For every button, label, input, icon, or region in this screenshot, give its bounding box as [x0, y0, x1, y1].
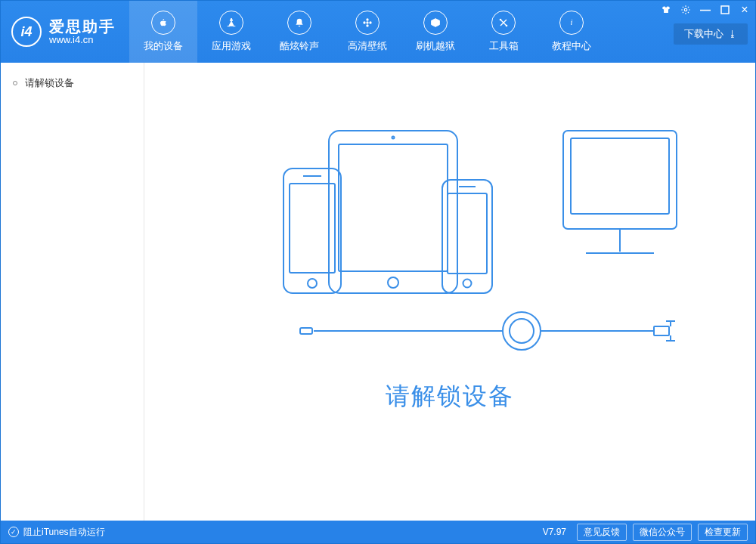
main-message: 请解锁设备	[386, 380, 514, 413]
wechat-button[interactable]: 微信公众号	[633, 524, 692, 541]
nav-ringtones[interactable]: 酷炫铃声	[265, 1, 333, 63]
svg-rect-14	[284, 168, 341, 293]
download-center-label: 下载中心	[684, 27, 723, 41]
svg-point-2	[366, 24, 368, 26]
svg-point-13	[392, 137, 395, 139]
flower-icon	[355, 11, 380, 35]
svg-rect-10	[329, 131, 457, 293]
skin-icon[interactable]	[660, 4, 672, 16]
svg-point-4	[369, 21, 371, 23]
nav-label: 我的设备	[144, 39, 183, 53]
logo: i4 爱思助手 www.i4.cn	[1, 1, 129, 63]
header: i4 爱思助手 www.i4.cn 我的设备 应用游戏	[1, 1, 755, 63]
minimize-icon[interactable]: —	[699, 4, 711, 16]
svg-rect-9	[721, 6, 729, 14]
info-icon: i	[559, 11, 584, 35]
check-update-button[interactable]: 检查更新	[698, 524, 748, 541]
svg-point-5	[500, 19, 502, 21]
nav-wallpapers[interactable]: 高清壁纸	[333, 1, 401, 63]
close-icon[interactable]: ×	[739, 4, 751, 16]
svg-point-0	[366, 21, 368, 23]
svg-point-6	[506, 25, 508, 27]
bullet-icon	[13, 81, 17, 85]
svg-point-3	[363, 21, 365, 23]
check-icon[interactable]: ✓	[8, 527, 19, 537]
svg-text:i: i	[571, 18, 573, 26]
block-itunes-label[interactable]: 阻止iTunes自动运行	[23, 526, 105, 539]
logo-icon: i4	[11, 17, 42, 47]
svg-point-1	[366, 18, 368, 20]
sidebar-item-unlock[interactable]: 请解锁设备	[1, 70, 144, 96]
version-label: V7.97	[543, 527, 566, 537]
footer: ✓ 阻止iTunes自动运行 V7.97 意见反馈 微信公众号 检查更新	[1, 521, 755, 543]
app-url: www.i4.cn	[49, 35, 116, 45]
nav-label: 刷机越狱	[416, 39, 455, 53]
nav-my-device[interactable]: 我的设备	[129, 1, 197, 63]
svg-point-20	[463, 280, 472, 288]
app-name: 爱思助手	[49, 18, 116, 35]
maximize-icon[interactable]	[719, 4, 731, 16]
settings-icon[interactable]	[680, 4, 692, 16]
nav-flash-jailbreak[interactable]: 刷机越狱	[401, 1, 469, 63]
feedback-button[interactable]: 意见反馈	[577, 524, 627, 541]
svg-rect-31	[654, 326, 669, 335]
sidebar: 请解锁设备	[1, 63, 144, 521]
sidebar-item-label: 请解锁设备	[25, 76, 74, 90]
window-controls: — ×	[660, 4, 751, 16]
download-center-button[interactable]: 下载中心 ⭳	[674, 23, 748, 45]
svg-point-28	[510, 319, 534, 343]
nav-tutorials[interactable]: i 教程中心	[538, 1, 606, 63]
device-illustration	[208, 108, 692, 357]
box-icon	[423, 11, 448, 35]
nav-label: 工具箱	[489, 39, 519, 53]
svg-rect-11	[339, 144, 448, 271]
bell-icon	[287, 11, 311, 35]
tools-icon	[491, 11, 516, 35]
svg-point-12	[388, 277, 398, 288]
svg-point-16	[308, 279, 317, 288]
main-area: 请解锁设备	[144, 63, 755, 521]
nav-label: 应用游戏	[212, 39, 251, 53]
nav-label: 教程中心	[552, 39, 591, 53]
svg-point-8	[684, 8, 687, 11]
download-icon: ⭳	[728, 29, 737, 39]
nav-apps-games[interactable]: 应用游戏	[197, 1, 265, 63]
apple-icon	[151, 11, 175, 35]
appstore-icon	[219, 11, 243, 35]
nav: 我的设备 应用游戏 酷炫铃声 高清壁纸	[129, 1, 606, 63]
svg-rect-30	[300, 328, 312, 334]
svg-rect-18	[442, 180, 492, 293]
nav-label: 酷炫铃声	[280, 39, 319, 53]
nav-toolbox[interactable]: 工具箱	[469, 1, 538, 63]
nav-label: 高清壁纸	[348, 39, 387, 53]
svg-point-27	[503, 312, 541, 350]
svg-rect-19	[448, 193, 487, 274]
svg-rect-23	[571, 138, 669, 214]
